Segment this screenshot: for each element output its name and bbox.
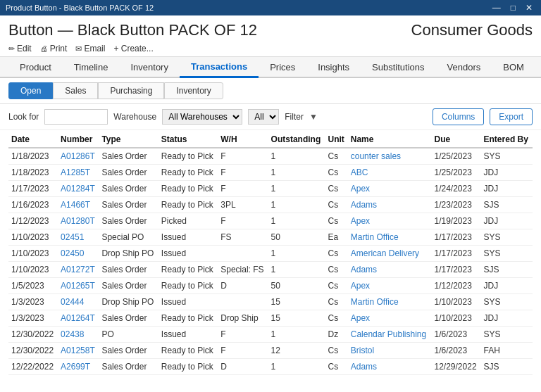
table-body: 1/18/2023A01286TSales OrderReady to Pick… (8, 148, 533, 375)
look-for-label: Look for (8, 112, 39, 122)
cell-unit: Cs (325, 165, 348, 181)
cell-name[interactable]: Martin Office (348, 294, 432, 310)
cell-name[interactable]: Apex (348, 310, 432, 327)
cell-name[interactable]: Adams (348, 197, 432, 213)
cell-number[interactable]: A01280T (58, 213, 99, 229)
cell-wh: Drop Ship (218, 310, 268, 327)
table-row: 12/22/2022A2699TSales OrderReady to Pick… (8, 359, 533, 375)
cell-name[interactable]: Martin Office (348, 229, 432, 246)
tab-transactions[interactable]: Transactions (180, 57, 259, 78)
subtab-purchasing[interactable]: Purchasing (98, 82, 164, 99)
print-button[interactable]: 🖨 Print (40, 44, 68, 53)
tab-insights[interactable]: Insights (306, 57, 361, 77)
export-button[interactable]: Export (490, 108, 533, 125)
table-row: 12/30/202202438POIssuedF1DzCalendar Publ… (8, 327, 533, 343)
tab-substitutions[interactable]: Substitutions (361, 57, 435, 77)
cell-date: 1/3/2023 (8, 294, 58, 310)
columns-button[interactable]: Columns (433, 108, 484, 125)
tab-product[interactable]: Product (8, 57, 63, 77)
cell-number[interactable]: 02450 (58, 246, 99, 262)
cell-name[interactable]: Calendar Publishing (348, 327, 432, 343)
cell-outstanding: 1 (268, 262, 325, 278)
cell-type: Sales Order (99, 213, 158, 229)
minimize-button[interactable]: — (490, 3, 504, 13)
tab-vendors[interactable]: Vendors (436, 57, 492, 77)
cell-type: Drop Ship PO (99, 246, 158, 262)
cell-status: Issued (158, 246, 218, 262)
subtab-inventory[interactable]: Inventory (164, 82, 223, 99)
cell-outstanding: 50 (268, 278, 325, 294)
cell-name[interactable]: Adams (348, 359, 432, 375)
cell-unit: Cs (325, 148, 348, 165)
cell-enteredBy: JDJ (481, 165, 533, 181)
cell-name[interactable]: Apex (348, 181, 432, 197)
cell-wh (218, 294, 268, 310)
cell-wh: F (218, 343, 268, 359)
cell-due: 1/17/2023 (432, 229, 481, 246)
table-row: 1/16/2023A1466TSales OrderReady to Pick3… (8, 197, 533, 213)
cell-date: 1/3/2023 (8, 310, 58, 327)
tab-timeline[interactable]: Timeline (63, 57, 120, 77)
cell-enteredBy: JDJ (481, 310, 533, 327)
cell-name[interactable]: American Delivery (348, 246, 432, 262)
cell-outstanding: 1 (268, 213, 325, 229)
cell-date: 1/10/2023 (8, 246, 58, 262)
cell-number[interactable]: A01272T (58, 262, 99, 278)
cell-status: Issued (158, 327, 218, 343)
cell-wh: F (218, 165, 268, 181)
cell-unit: Cs (325, 262, 348, 278)
close-button[interactable]: ✕ (523, 3, 535, 13)
cell-number[interactable]: 02451 (58, 229, 99, 246)
cell-enteredBy: JDJ (481, 278, 533, 294)
cell-number[interactable]: A01265T (58, 278, 99, 294)
window-controls[interactable]: — □ ✕ (490, 3, 535, 13)
email-button[interactable]: ✉ Email (75, 44, 105, 53)
filter-icon: ▼ (309, 112, 318, 122)
subtab-sales[interactable]: Sales (53, 82, 98, 99)
cell-type: Sales Order (99, 262, 158, 278)
maximize-button[interactable]: □ (508, 3, 518, 13)
cell-number[interactable]: A01264T (58, 310, 99, 327)
edit-button[interactable]: ✏ Edit (8, 44, 32, 53)
transactions-table-container[interactable]: Date Number Type Status W/H Outstanding … (0, 130, 541, 392)
cell-number[interactable]: 02438 (58, 327, 99, 343)
cell-date: 1/5/2023 (8, 278, 58, 294)
cell-number[interactable]: A1285T (58, 165, 99, 181)
cell-type: Sales Order (99, 310, 158, 327)
cell-number[interactable]: A01258T (58, 343, 99, 359)
subtab-open[interactable]: Open (8, 82, 53, 99)
table-row: 1/5/2023A01265TSales OrderReady to PickD… (8, 278, 533, 294)
cell-date: 1/18/2023 (8, 148, 58, 165)
cell-name[interactable]: Bristol (348, 343, 432, 359)
cell-number[interactable]: A01286T (58, 148, 99, 165)
cell-name[interactable]: counter sales (348, 148, 432, 165)
tab-inventory[interactable]: Inventory (119, 57, 179, 77)
col-unit: Unit (325, 130, 348, 148)
email-icon: ✉ (75, 44, 82, 53)
look-for-input[interactable] (44, 109, 108, 125)
cell-number[interactable]: A1466T (58, 197, 99, 213)
cell-name[interactable]: ABC (348, 165, 432, 181)
cell-name[interactable]: Adams (348, 262, 432, 278)
col-type: Type (99, 130, 158, 148)
cell-number[interactable]: A01284T (58, 181, 99, 197)
cell-number[interactable]: 02444 (58, 294, 99, 310)
cell-due: 1/6/2023 (432, 327, 481, 343)
table-row: 1/3/2023A01264TSales OrderReady to PickD… (8, 310, 533, 327)
cell-number[interactable]: A2699T (58, 359, 99, 375)
tab-prices[interactable]: Prices (259, 57, 306, 77)
all-select[interactable]: All (248, 109, 279, 125)
cell-name[interactable]: Apex (348, 213, 432, 229)
table-row: 1/17/2023A01284TSales OrderReady to Pick… (8, 181, 533, 197)
cell-type: Sales Order (99, 148, 158, 165)
cell-status: Ready to Pick (158, 165, 218, 181)
cell-wh: Special: FS (218, 262, 268, 278)
table-row: 1/18/2023A1285TSales OrderReady to PickF… (8, 165, 533, 181)
cell-outstanding: 1 (268, 197, 325, 213)
cell-unit: Cs (325, 246, 348, 262)
tab-bom[interactable]: BOM (492, 57, 535, 77)
create-button[interactable]: + Create... (113, 44, 153, 53)
warehouse-select[interactable]: All Warehouses Warehouse A Warehouse B (162, 109, 242, 125)
cell-name[interactable]: Apex (348, 278, 432, 294)
cell-due: 1/19/2023 (432, 213, 481, 229)
